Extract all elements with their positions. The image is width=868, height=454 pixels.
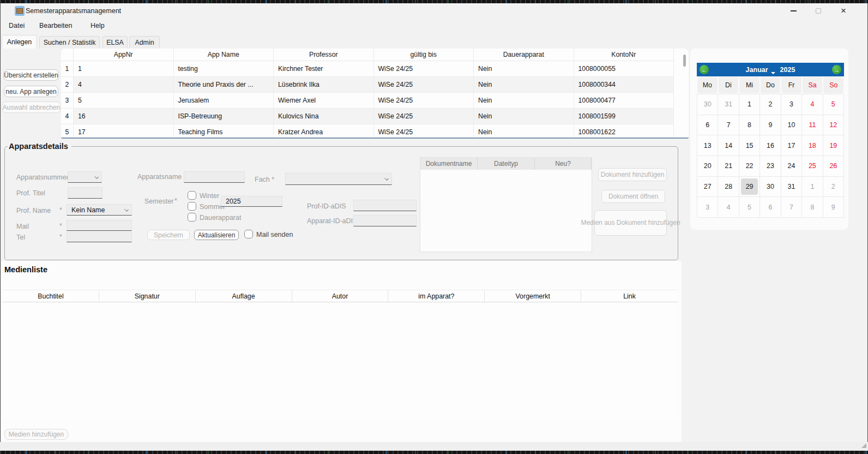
calendar-day[interactable]: 28 <box>718 177 739 198</box>
calendar-day[interactable]: 5 <box>739 197 760 218</box>
sommer-radio[interactable] <box>188 202 196 211</box>
table-row[interactable]: 517Teaching FilmsKratzer AndreaWiSe 24/2… <box>61 124 689 139</box>
apparat-id-adis-field[interactable] <box>353 215 417 226</box>
prof-id-adis-field[interactable] <box>353 200 417 211</box>
calendar-day[interactable]: 7 <box>718 115 739 136</box>
neu-app-anlegen-button[interactable]: neu. App anlegen <box>4 86 58 97</box>
tab-suchen-statistik[interactable]: Suchen / Statistik <box>39 36 100 48</box>
calendar-day[interactable]: 1 <box>739 94 760 115</box>
uebersicht-erstellen-button[interactable]: Übersicht erstellen <box>3 69 59 81</box>
apps-table-scrollbar[interactable] <box>683 55 686 67</box>
calendar-day[interactable]: 4 <box>802 94 823 115</box>
calendar-day[interactable]: 3 <box>781 94 802 115</box>
calendar-day[interactable]: 2 <box>823 177 844 198</box>
calendar-month-label[interactable]: Januar <box>746 66 768 74</box>
apps-column-header-1[interactable]: App Name <box>174 49 274 61</box>
tab-elsa[interactable]: ELSA <box>103 36 128 48</box>
jahr-field[interactable]: 2025 <box>221 196 282 207</box>
menu-datei[interactable]: Datei <box>9 22 25 29</box>
calendar-day[interactable]: 10 <box>781 115 802 136</box>
apparatsnummer-select[interactable] <box>68 171 102 183</box>
calendar-day[interactable]: 31 <box>718 94 739 115</box>
medialist-column-header-2[interactable]: Auflage <box>196 290 292 302</box>
maximize-button[interactable] <box>806 3 831 19</box>
calendar-day[interactable]: 29 <box>739 177 760 198</box>
calendar-day[interactable]: 14 <box>718 135 739 156</box>
calendar-day[interactable]: 30 <box>697 94 718 115</box>
calendar-day[interactable]: 9 <box>823 197 844 218</box>
tab-anlegen[interactable]: Anlegen <box>2 35 37 49</box>
calendar-day[interactable]: 15 <box>739 135 760 156</box>
calendar-year-label[interactable]: 2025 <box>780 66 795 74</box>
winter-radio[interactable] <box>188 191 196 200</box>
calendar-day[interactable]: 21 <box>718 156 739 177</box>
apps-column-header-4[interactable]: Dauerapparat <box>474 49 574 61</box>
tab-admin[interactable]: Admin <box>129 36 160 48</box>
apps-column-header-2[interactable]: Professor <box>274 49 374 61</box>
prev-month-button[interactable]: ← <box>700 65 709 74</box>
calendar-day[interactable]: 24 <box>781 156 802 177</box>
calendar-day[interactable]: 11 <box>802 115 823 136</box>
calendar-day[interactable]: 31 <box>781 177 802 198</box>
next-month-button[interactable]: → <box>832 65 841 74</box>
fach-select[interactable] <box>285 173 392 185</box>
mail-field[interactable] <box>67 220 132 231</box>
resize-grip-icon[interactable] <box>861 443 866 448</box>
calendar-day[interactable]: 4 <box>718 197 739 218</box>
calendar-day[interactable]: 6 <box>760 197 781 218</box>
calendar-day[interactable]: 30 <box>760 177 781 198</box>
prof-titel-field[interactable] <box>68 187 103 199</box>
minimize-button[interactable] <box>781 3 806 19</box>
apps-column-header-0[interactable]: AppNr <box>74 49 174 61</box>
medialist-column-header-3[interactable]: Autor <box>292 290 389 302</box>
medialist-column-header-5[interactable]: Vorgemerkt <box>485 290 581 302</box>
auswahl-abbrechen-button[interactable]: Auswahl abbrechen <box>2 101 61 113</box>
medialist-column-header-6[interactable]: Link <box>581 290 678 302</box>
close-button[interactable]: × <box>831 3 856 19</box>
calendar-day[interactable]: 23 <box>760 156 781 177</box>
cell: 17 <box>74 124 174 139</box>
calendar-day[interactable]: 18 <box>802 135 823 156</box>
medialist-column-header-4[interactable]: im Apparat? <box>388 290 485 302</box>
apps-column-header-5[interactable]: KontoNr <box>574 49 674 61</box>
calendar-day[interactable]: 26 <box>823 156 844 177</box>
table-row[interactable]: 416ISP-BetreuungKulovics NinaWiSe 24/25N… <box>61 109 689 124</box>
table-row[interactable]: 24Theorie und Praxis der ...Lüsebrink Il… <box>61 77 689 93</box>
dokument-hinzufuegen-button[interactable]: Dokument hinzufügen <box>598 168 667 181</box>
calendar-day[interactable]: 6 <box>697 115 718 136</box>
calendar-day[interactable]: 12 <box>823 115 844 136</box>
calendar-day[interactable]: 27 <box>697 177 718 198</box>
apps-column-header-3[interactable]: gültig bis <box>374 49 474 61</box>
calendar-day[interactable]: 19 <box>823 135 844 156</box>
tel-field[interactable] <box>67 231 132 242</box>
speichern-button[interactable]: Speichern <box>147 230 190 240</box>
calendar-day[interactable]: 1 <box>802 177 823 198</box>
calendar-day[interactable]: 3 <box>697 197 718 218</box>
menu-help[interactable]: Help <box>91 22 105 29</box>
aktualisieren-button[interactable]: Aktualisieren <box>194 230 239 240</box>
calendar-day[interactable]: 17 <box>781 135 802 156</box>
menu-bearbeiten[interactable]: Bearbeiten <box>39 22 72 29</box>
calendar-day[interactable]: 5 <box>823 94 844 115</box>
calendar-day[interactable]: 8 <box>739 115 760 136</box>
medialist-column-header-1[interactable]: Signatur <box>99 290 196 302</box>
calendar-day[interactable]: 7 <box>781 197 802 218</box>
calendar-day[interactable]: 25 <box>802 156 823 177</box>
dauerapparat-radio[interactable] <box>188 213 196 222</box>
dokument-oeffnen-button[interactable]: Dokument öffnen <box>601 190 665 203</box>
calendar-day[interactable]: 9 <box>760 115 781 136</box>
prof-name-select[interactable]: Kein Name <box>67 204 132 216</box>
apparatsname-field[interactable] <box>184 171 245 183</box>
mail-senden-checkbox[interactable] <box>244 230 253 238</box>
calendar-day[interactable]: 20 <box>697 156 718 177</box>
calendar-day[interactable]: 8 <box>802 197 823 218</box>
calendar-day[interactable]: 22 <box>739 156 760 177</box>
table-row[interactable]: 35JerusalemWiemer AxelWiSe 24/25Nein1008… <box>61 93 689 109</box>
medien-aus-dokument-button[interactable]: Medien aus Dokument hinzufügen <box>594 210 667 236</box>
medien-hinzufuegen-button[interactable]: Medien hinzufügen <box>4 429 68 440</box>
medialist-column-header-0[interactable]: Buchtitel <box>3 290 99 302</box>
table-row[interactable]: 11testingKirchner TesterWiSe 24/25Nein10… <box>61 61 689 77</box>
calendar-day[interactable]: 2 <box>760 94 781 115</box>
calendar-day[interactable]: 16 <box>760 135 781 156</box>
calendar-day[interactable]: 13 <box>697 135 718 156</box>
